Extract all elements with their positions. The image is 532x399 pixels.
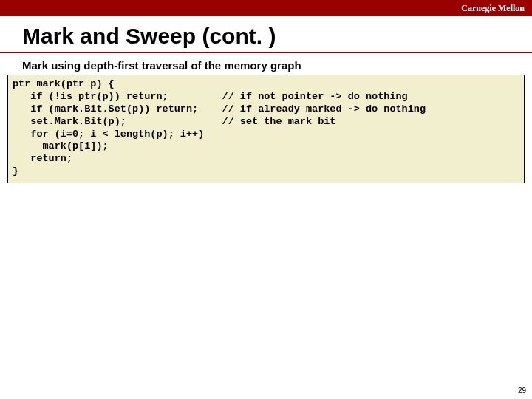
page-number: 29 xyxy=(518,386,526,395)
brand-label: Carnegie Mellon xyxy=(461,3,525,14)
code-block: ptr mark(ptr p) { if (!is_ptr(p)) return… xyxy=(7,75,525,183)
section-subtitle: Mark using depth-first traversal of the … xyxy=(0,53,532,75)
header-bar: Carnegie Mellon xyxy=(0,0,532,16)
page-title: Mark and Sweep (cont. ) xyxy=(0,16,532,52)
